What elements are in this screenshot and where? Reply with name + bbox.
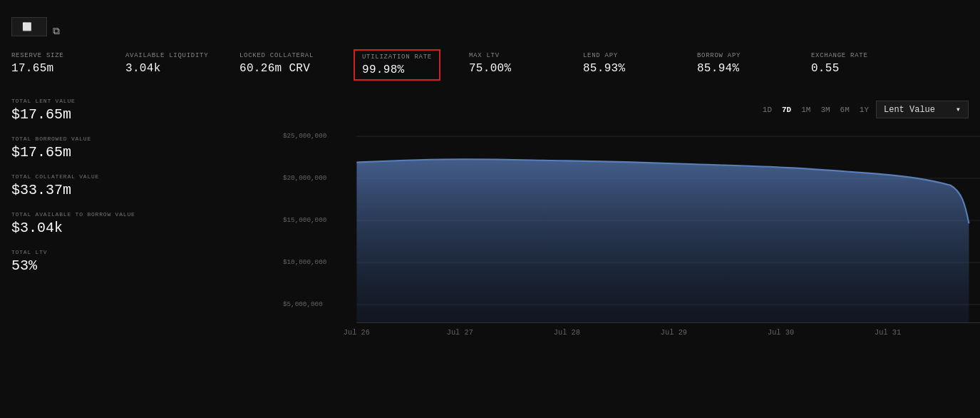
external-link-button[interactable]: ⧉ (53, 25, 60, 37)
svg-text:Jul 31: Jul 31 (875, 327, 901, 336)
time-filter-1d[interactable]: 1D (760, 104, 775, 116)
stat-item-available-liquidity: AVAILABLE LIQUIDITY3.04k (125, 52, 211, 75)
value-info-label: TOTAL COLLATERAL VALUE (11, 173, 231, 180)
stat-item-exchange-rate: EXCHANGE RATE0.55 (811, 52, 897, 75)
value-info-value: $33.37m (11, 182, 231, 198)
stat-value: 0.55 (811, 62, 897, 75)
chart-dropdown-label: Lent Value (884, 105, 935, 115)
value-info-row: TOTAL LTV53% (11, 249, 231, 274)
svg-text:$20,000,000: $20,000,000 (283, 174, 327, 182)
stat-label: LOCKED COLLATERAL (239, 52, 325, 59)
value-info-row: TOTAL COLLATERAL VALUE$33.37m (11, 173, 231, 198)
chart-controls: 1D7D1M3M6M1YLent Value▾ (242, 98, 980, 124)
stat-value: 17.65m (11, 62, 97, 75)
value-info-panel: TOTAL LENT VALUE$17.65mTOTAL BORROWED VA… (0, 98, 242, 369)
page-title (0, 0, 980, 17)
value-info-value: 53% (11, 258, 231, 274)
value-info-label: TOTAL LTV (11, 249, 231, 255)
value-info-row: TOTAL AVAILABLE TO BORROW VALUE$3.04k (11, 211, 231, 236)
chart-svg-container: $25,000,000 $20,000,000 $15,000,000 $10,… (242, 124, 980, 338)
lend-borrow-button[interactable]: ⬜ (11, 17, 47, 36)
main-content: TOTAL LENT VALUE$17.65mTOTAL BORROWED VA… (0, 98, 980, 369)
section-title (0, 89, 980, 98)
stat-value: 60.26m CRV (239, 62, 325, 75)
value-info-label: TOTAL LENT VALUE (11, 98, 231, 104)
stat-label: UTILIZATION RATE (362, 53, 432, 61)
stat-item-locked-collateral: LOCKED COLLATERAL60.26m CRV (239, 52, 325, 75)
chart-area: 1D7D1M3M6M1YLent Value▾ $25,000,000 $20,… (242, 98, 980, 369)
external-link-icon: ⧉ (53, 25, 60, 37)
svg-text:$15,000,000: $15,000,000 (283, 216, 327, 224)
stat-item-max-ltv: MAX LTV75.00% (469, 52, 555, 75)
bank-icon: ⬜ (22, 22, 32, 31)
svg-text:Jul 27: Jul 27 (447, 327, 473, 336)
svg-text:$5,000,000: $5,000,000 (283, 300, 323, 308)
stat-item-lend-apy: LEND APY85.93% (583, 52, 669, 75)
svg-text:Jul 26: Jul 26 (344, 327, 370, 336)
time-filter-1y[interactable]: 1Y (857, 104, 872, 116)
time-filter-1m[interactable]: 1M (798, 104, 813, 116)
stat-label: BORROW APY (697, 52, 783, 59)
svg-text:Jul 30: Jul 30 (768, 327, 794, 336)
stat-label: AVAILABLE LIQUIDITY (125, 52, 211, 59)
value-info-row: TOTAL LENT VALUE$17.65m (11, 98, 231, 123)
time-filter-6m[interactable]: 6M (837, 104, 852, 116)
time-filter-3m[interactable]: 3M (817, 104, 832, 116)
value-info-value: $17.65m (11, 144, 231, 160)
value-info-row: TOTAL BORROWED VALUE$17.65m (11, 136, 231, 160)
stat-value: 99.98% (362, 63, 432, 76)
value-info-label: TOTAL BORROWED VALUE (11, 136, 231, 142)
stat-label: EXCHANGE RATE (811, 52, 897, 59)
stat-label: LEND APY (583, 52, 669, 59)
time-filter-7d[interactable]: 7D (779, 104, 794, 116)
stat-value: 3.04k (125, 62, 211, 75)
stat-value: 85.94% (697, 62, 783, 75)
stat-item-reserve-size: RESERVE SIZE17.65m (11, 52, 97, 75)
stat-value: 85.93% (583, 62, 669, 75)
stats-row: RESERVE SIZE17.65mAVAILABLE LIQUIDITY3.0… (0, 52, 980, 81)
value-info-label: TOTAL AVAILABLE TO BORROW VALUE (11, 211, 231, 218)
stat-label: RESERVE SIZE (11, 52, 97, 59)
stat-item-utilization-rate: UTILIZATION RATE99.98% (354, 49, 440, 81)
chart-type-dropdown[interactable]: Lent Value▾ (876, 101, 969, 118)
stat-item-borrow-apy: BORROW APY85.94% (697, 52, 783, 75)
value-info-value: $3.04k (11, 220, 231, 236)
svg-text:Jul 29: Jul 29 (661, 327, 687, 336)
svg-text:$10,000,000: $10,000,000 (283, 258, 327, 266)
svg-text:Jul 28: Jul 28 (554, 327, 580, 336)
stat-value: 75.00% (469, 62, 555, 75)
chevron-down-icon: ▾ (956, 104, 961, 115)
stat-label: MAX LTV (469, 52, 555, 59)
svg-text:$25,000,000: $25,000,000 (283, 132, 327, 140)
value-info-value: $17.65m (11, 106, 231, 123)
